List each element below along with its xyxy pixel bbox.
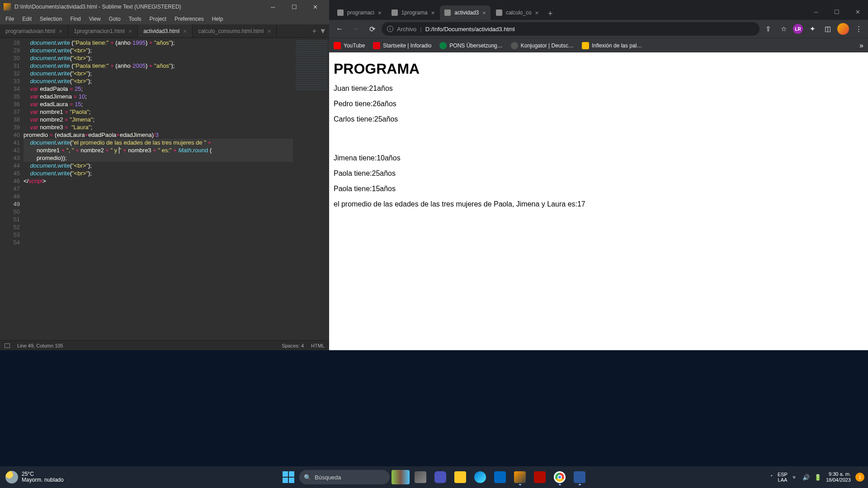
battery-icon[interactable]: 🔋 (814, 474, 821, 481)
forward-button[interactable]: → (349, 22, 363, 36)
weather-widget[interactable]: 25°C Mayorm. nublado (0, 471, 69, 483)
menu-view[interactable]: View (85, 15, 104, 23)
editor-area[interactable]: 2829303132333435363738394041424344454647… (0, 38, 329, 340)
bookmark-icon (511, 42, 518, 49)
menu-find[interactable]: Find (66, 15, 84, 23)
bookmark-icon (582, 42, 589, 49)
profile-avatar[interactable] (837, 23, 849, 35)
bookmark-item[interactable]: PONS Übersetzung… (439, 42, 502, 49)
reload-button[interactable]: ⟳ (365, 22, 379, 36)
search-placeholder: Búsqueda (315, 474, 341, 481)
menu-file[interactable]: File (2, 15, 18, 23)
status-position: Line 49, Column 105 (17, 343, 63, 348)
volume-icon[interactable]: 🔊 (802, 474, 810, 481)
sidepanel-icon[interactable]: ◫ (822, 23, 834, 35)
close-button[interactable]: ✕ (305, 0, 326, 13)
menu-goto[interactable]: Goto (105, 15, 124, 23)
tab-close-icon[interactable]: × (59, 28, 62, 35)
bookmarks-overflow-icon[interactable]: » (859, 42, 863, 50)
explorer-button[interactable] (451, 468, 469, 486)
sublime-button[interactable] (511, 468, 529, 486)
tab-close-icon[interactable]: × (535, 9, 539, 16)
share-icon[interactable]: ⇪ (762, 23, 774, 35)
close-button[interactable]: ✕ (847, 4, 868, 20)
editor-tab[interactable]: calculo_consumo.html.html× (193, 24, 277, 38)
new-tab-button[interactable]: + (544, 7, 557, 20)
menu-icon[interactable]: ⋮ (853, 23, 864, 35)
bookmark-item[interactable]: Startseite | Inforadio (373, 42, 431, 49)
line-gutter: 2829303132333435363738394041424344454647… (0, 38, 24, 340)
edge-button[interactable] (471, 468, 489, 486)
clock[interactable]: 9:30 a. m. 18/04/2023 (826, 471, 851, 483)
menu-edit[interactable]: Edit (19, 15, 35, 23)
store-button[interactable] (491, 468, 509, 486)
maximize-button[interactable]: ☐ (284, 0, 304, 13)
tab-close-icon[interactable]: × (482, 9, 486, 16)
minimap[interactable] (293, 38, 329, 340)
page-line (334, 131, 863, 147)
bookmarks-bar: YouTube Startseite | Inforadio PONS Über… (329, 38, 868, 52)
menu-project[interactable]: Project (146, 15, 170, 23)
minimap-content (296, 41, 327, 90)
editor-tab[interactable]: actividad3.html× (138, 24, 193, 38)
minimize-button[interactable]: ─ (806, 4, 826, 20)
menu-tools[interactable]: Tools (125, 15, 145, 23)
menu-help[interactable]: Help (208, 15, 227, 23)
tab-close-icon[interactable]: × (378, 9, 382, 16)
tray-chevron-icon[interactable]: ˄ (770, 474, 773, 480)
tab-close-icon[interactable]: × (183, 28, 187, 35)
notification-badge[interactable]: 1 (855, 473, 864, 482)
tab-close-icon[interactable]: × (128, 28, 132, 35)
address-bar-row: ← → ⟳ i Archivo | D:/Info/Documents/acti… (329, 20, 868, 38)
status-language[interactable]: HTML (311, 343, 325, 348)
editor-tab[interactable]: programaduvan.html× (0, 24, 68, 38)
word-button[interactable] (571, 468, 589, 486)
back-button[interactable]: ← (333, 22, 346, 36)
code-content[interactable]: document.write ("Paola tiene:" + (anho-1… (24, 38, 293, 340)
minimize-button[interactable]: ─ (263, 0, 283, 13)
bookmark-star-icon[interactable]: ☆ (778, 23, 789, 35)
extensions-icon[interactable]: ✦ (807, 23, 818, 35)
task-view-button[interactable] (411, 468, 429, 486)
browser-tab[interactable]: actividad3× (440, 5, 491, 20)
tab-close-icon[interactable]: × (267, 28, 271, 35)
tab-dropdown-icon[interactable]: ▼ (319, 27, 326, 35)
start-button[interactable] (279, 468, 297, 486)
browser-tab[interactable]: 1programa× (387, 5, 439, 20)
browser-tab[interactable]: calculo_co× (491, 5, 543, 20)
tab-close-icon[interactable]: × (431, 9, 435, 16)
chrome-button[interactable] (551, 468, 569, 486)
browser-tab[interactable]: programaci× (333, 5, 386, 20)
new-tab-icon[interactable]: + (312, 27, 316, 35)
wifi-icon[interactable]: ᯤ (792, 474, 798, 481)
tab-label: actividad3 (454, 9, 479, 16)
sublime-window: D:\Info\Documents\actividad3.html - Subl… (0, 0, 329, 350)
address-input[interactable]: i Archivo | D:/Info/Documents/actividad3… (382, 22, 760, 36)
bookmark-item[interactable]: Konjugator | Deutsc… (511, 42, 574, 49)
search-decoration[interactable] (392, 468, 410, 486)
chrome-tab-bar: programaci× 1programa× actividad3× calcu… (329, 4, 868, 20)
addr-prefix: Archivo (397, 26, 416, 33)
panel-switcher-icon[interactable] (5, 343, 10, 348)
editor-tab[interactable]: 1programacion1.html× (68, 24, 138, 38)
status-spaces[interactable]: Spaces: 4 (282, 343, 304, 348)
page-line: el promedio de las edades de las tres mu… (334, 200, 863, 208)
maximize-button[interactable]: ☐ (826, 4, 847, 20)
weather-desc: Mayorm. nublado (22, 477, 64, 483)
bookmark-item[interactable]: Inflexión de las pal… (582, 42, 642, 49)
extension-badge[interactable]: LR (793, 24, 803, 34)
menu-selection[interactable]: Selection (36, 15, 66, 23)
page-line: Paola tiene:25años (334, 169, 863, 178)
bookmark-item[interactable]: YouTube (334, 42, 365, 49)
bookmark-label: Konjugator | Deutsc… (521, 42, 574, 49)
weather-text: 25°C Mayorm. nublado (22, 471, 64, 483)
teams-button[interactable] (431, 468, 449, 486)
taskbar: 25°C Mayorm. nublado 🔍Búsqueda ˄ ESP LAA… (0, 466, 868, 488)
taskbar-search[interactable]: 🔍Búsqueda (299, 470, 390, 484)
tray-icons[interactable]: ᯤ 🔊 🔋 (792, 474, 821, 481)
menu-preferences[interactable]: Preferences (171, 15, 208, 23)
site-info-icon[interactable]: i (387, 26, 393, 32)
acrobat-button[interactable] (531, 468, 549, 486)
tab-label: calculo_consumo.html.html (198, 28, 264, 34)
language-indicator[interactable]: ESP LAA (778, 472, 788, 483)
